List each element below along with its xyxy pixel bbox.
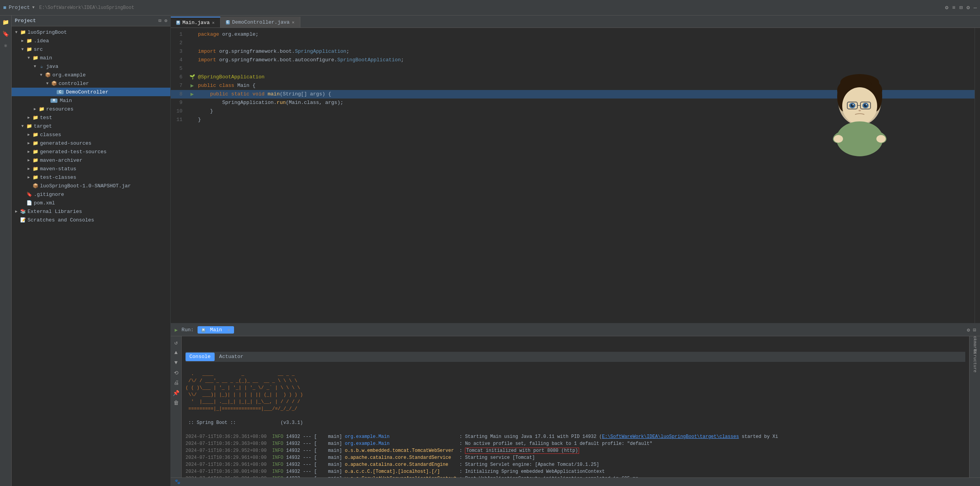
spring-boot-version: :: Spring Boot :: (v3.3.1) bbox=[186, 420, 303, 425]
layout-icon[interactable]: ⊟ bbox=[959, 4, 963, 11]
tree-label: generated-sources bbox=[40, 140, 92, 146]
tree-item-test-classes[interactable]: ▶ 📁 test-classes bbox=[12, 173, 170, 182]
tree-label: Main bbox=[60, 98, 72, 104]
code-line-6: 6 🌱 @SpringBootApplication bbox=[171, 73, 975, 81]
tree-item-DemoController[interactable]: C DemoController bbox=[12, 88, 170, 96]
actuator-tab[interactable]: Actuator bbox=[215, 353, 247, 361]
run-settings-icon[interactable]: ⚙ bbox=[966, 4, 970, 11]
tree-item-idea[interactable]: ▶ 📁 .idea bbox=[12, 36, 170, 45]
project-label[interactable]: Project bbox=[9, 5, 30, 10]
line-number-1: 1 bbox=[171, 30, 186, 39]
console-tab[interactable]: Console bbox=[186, 353, 215, 361]
maven-archiver-icon: 📁 bbox=[32, 157, 39, 163]
tree-arrow: ▼ bbox=[19, 124, 26, 128]
restart-icon[interactable]: ↺ bbox=[172, 339, 180, 346]
tree-arrow: ▶ bbox=[26, 149, 32, 154]
tree-arrow: ▶ bbox=[32, 107, 38, 111]
ascii-art-line2: /\/ / ___'_ __ _ _(_)_ __ __ _ \ \ \ \ bbox=[186, 378, 297, 384]
tree-item-Main[interactable]: M Main bbox=[12, 96, 170, 105]
chevron-down-icon[interactable]: ▼ bbox=[32, 5, 35, 10]
xml-icon: 📄 bbox=[26, 200, 33, 206]
settings-panel-icon[interactable]: ⚙ bbox=[165, 18, 167, 24]
maven-status-icon: 📁 bbox=[32, 166, 39, 172]
tree-item-main[interactable]: ▼ 📁 main bbox=[12, 54, 170, 62]
line-content-7: public class Main { bbox=[198, 81, 975, 90]
tree-item-maven-archiver[interactable]: ▶ 📁 maven-archiver bbox=[12, 156, 170, 164]
run-gutter-icon[interactable]: ▶ bbox=[191, 81, 194, 90]
tree-label: resources bbox=[46, 106, 73, 112]
tree-item-target[interactable]: ▼ 📁 target bbox=[12, 122, 170, 130]
code-line-5: 5 bbox=[171, 64, 975, 73]
line-content-9: SpringApplication.run(Main.class, args); bbox=[198, 99, 975, 107]
tab-close-demo[interactable]: ✕ bbox=[292, 20, 295, 25]
pin-icon[interactable]: 📌 bbox=[172, 389, 180, 397]
folder-icon: 📁 bbox=[19, 29, 26, 35]
clear-icon[interactable]: 🗑 bbox=[172, 399, 180, 407]
tree-arrow: ▶ bbox=[26, 141, 32, 145]
tree-item-java[interactable]: ▼ ☕ java bbox=[12, 62, 170, 71]
log-line-6: 2024-07-11T10:36:30.001+08:00 INFO 14932… bbox=[186, 469, 605, 474]
close-icon[interactable]: — bbox=[974, 5, 977, 11]
project-panel: Project ⊟ ⚙ ▼ 📁 luoSpringBoot ▶ bbox=[12, 16, 171, 486]
tree-item-org-example[interactable]: ▼ 📦 org.example bbox=[12, 71, 170, 79]
structure-side-icon[interactable]: Structure bbox=[971, 357, 979, 365]
run-tab-main[interactable]: M Main ✕ bbox=[198, 326, 234, 334]
tree-item-scratches[interactable]: 📝 Scratches and Consoles bbox=[12, 216, 170, 224]
bookmark-side-icon[interactable]: Bookmarks bbox=[971, 339, 979, 346]
gutter-6: 🌱 bbox=[186, 73, 198, 81]
package-icon: 📦 bbox=[44, 72, 51, 78]
print-icon[interactable]: 🖨 bbox=[172, 379, 180, 387]
tree-item-gen-test-sources[interactable]: ▶ 📁 generated-test-sources bbox=[12, 147, 170, 156]
tree-arrow: ▼ bbox=[13, 30, 19, 35]
top-bar-icons: ⚙ ≡ ⊟ ⚙ — bbox=[945, 4, 977, 11]
tree-item-maven-status[interactable]: ▶ 📁 maven-status bbox=[12, 164, 170, 173]
gutter-1 bbox=[186, 30, 198, 39]
structure-icon[interactable]: ⚛ bbox=[2, 41, 10, 50]
tree-label: maven-status bbox=[40, 166, 76, 172]
scroll-down-icon[interactable]: ▼ bbox=[172, 359, 180, 367]
tree-item-src[interactable]: ▼ 📁 src bbox=[12, 45, 170, 54]
tab-icon-demo: C bbox=[226, 20, 230, 24]
tree-label: src bbox=[34, 47, 43, 52]
line-content-1: package org.example; bbox=[198, 30, 975, 39]
tree-arrow: ▼ bbox=[32, 64, 38, 69]
main-class-icon: M bbox=[50, 99, 57, 103]
tree-item-test[interactable]: ▶ 📁 test bbox=[12, 113, 170, 122]
external-icon[interactable]: ⊡ bbox=[973, 327, 976, 333]
code-line-4: 4 import org.springframework.boot.autoco… bbox=[171, 56, 975, 64]
main-layout: 📁 🔖 ⚛ Project ⊟ ⚙ ▼ 📁 luoSpringBoot bbox=[0, 16, 980, 486]
run-tab-close[interactable]: ✕ bbox=[227, 328, 230, 332]
tab-Main-java[interactable]: M Main.java ✕ bbox=[171, 17, 220, 28]
ascii-art-line1: . ____ _ __ _ _ bbox=[186, 371, 295, 377]
settings-icon[interactable]: ⚙ bbox=[945, 4, 948, 11]
tree-item-luoSpringBoot[interactable]: ▼ 📁 luoSpringBoot bbox=[12, 28, 170, 36]
tree-label: pom.xml bbox=[34, 200, 55, 206]
tree-item-resources[interactable]: ▶ 📁 resources bbox=[12, 105, 170, 113]
settings-run-icon[interactable]: ⚙ bbox=[967, 327, 970, 333]
collapse-icon[interactable]: ⊟ bbox=[159, 18, 161, 24]
run-gutter-icon-8[interactable]: ▶ bbox=[191, 90, 194, 99]
tab-close-main[interactable]: ✕ bbox=[212, 20, 215, 25]
project-view-icon[interactable]: 📁 bbox=[2, 18, 10, 26]
tree-arrow: ▼ bbox=[44, 81, 50, 86]
tab-DemoController-java[interactable]: C DemoController.java ✕ bbox=[220, 17, 300, 28]
gutter-5 bbox=[186, 64, 198, 73]
code-line-8: 8 ▶ public static void main(String[] arg… bbox=[171, 90, 975, 99]
tree-item-controller[interactable]: ▼ 📦 controller bbox=[12, 79, 170, 88]
gutter-3 bbox=[186, 47, 198, 56]
tree-item-pom[interactable]: 📄 pom.xml bbox=[12, 199, 170, 207]
console-output: Console Actuator . ____ _ __ _ _ /\/ / _… bbox=[182, 336, 969, 477]
scroll-up-icon[interactable]: ▲ bbox=[172, 349, 180, 356]
tree-label: java bbox=[46, 64, 58, 69]
tree-item-external-libs[interactable]: ▶ 📚 External Libraries bbox=[12, 207, 170, 216]
bookmarks-icon[interactable]: 🔖 bbox=[2, 29, 10, 38]
tree-label: Scratches and Consoles bbox=[28, 217, 94, 223]
soft-wrap-icon[interactable]: ⟲ bbox=[172, 369, 180, 377]
gutter-7: ▶ bbox=[186, 81, 198, 90]
tree-item-jar[interactable]: 📦 luoSpringBoot-1.0-SNAPSHOT.jar bbox=[12, 182, 170, 190]
tree-item-generated-sources[interactable]: ▶ 📁 generated-sources bbox=[12, 139, 170, 147]
tree-arrow: ▶ bbox=[19, 38, 26, 43]
tree-item-gitignore[interactable]: 🔖 .gitignore bbox=[12, 190, 170, 199]
breadcrumb-icon[interactable]: ≡ bbox=[952, 5, 955, 11]
tree-item-classes[interactable]: ▶ 📁 classes bbox=[12, 130, 170, 139]
